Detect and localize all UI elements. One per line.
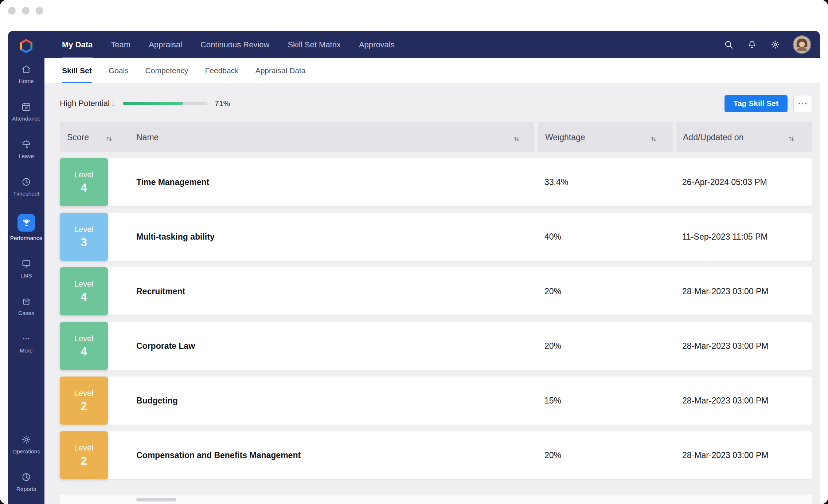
table-row[interactable]: Level 4 Time Management 33.4% 26-Apr-202…: [60, 158, 812, 206]
window-dot[interactable]: [36, 7, 43, 15]
sidebar-item-label: Leave: [19, 153, 34, 160]
skill-weightage: 20%: [538, 450, 676, 460]
sidebar-item-timesheet[interactable]: Timesheet: [8, 173, 44, 200]
tab-label: Competency: [145, 66, 188, 75]
sidebar-nav: Home Attendance Leave: [8, 61, 44, 357]
sidebar-item-home[interactable]: Home: [8, 61, 44, 87]
header-name[interactable]: Name: [125, 122, 534, 152]
sidebar-item-leave[interactable]: Leave: [8, 136, 44, 162]
table-row[interactable]: Level 4 Recruitment 20% 28-Mar-2023 03:0…: [60, 267, 812, 315]
row-card: Multi-tasking ability 40% 11-Sep-2023 11…: [108, 213, 812, 261]
row-card: Recruitment 20% 28-Mar-2023 03:00 PM: [108, 267, 812, 315]
sidebar-item-label: Cases: [18, 310, 34, 316]
skill-name: Budgeting: [108, 396, 538, 406]
tab-label: Continuous Review: [200, 40, 270, 50]
sidebar-item-label: Attendance: [12, 115, 40, 122]
tab-goals[interactable]: Goals: [109, 58, 129, 83]
skill-updated: 28-Mar-2023 03:00 PM: [676, 341, 812, 351]
search-icon[interactable]: [723, 40, 734, 50]
level-word: Level: [74, 279, 94, 289]
table-row[interactable]: Level 4 Corporate Law 20% 28-Mar-2023 03…: [60, 322, 812, 370]
header-add-updated-on[interactable]: Add/Updated on: [676, 122, 812, 152]
app-window: Home Attendance Leave: [8, 31, 820, 504]
tab-label: Feedback: [205, 66, 238, 75]
sidebar-item-label: More: [20, 347, 32, 354]
tab-label: Approvals: [359, 40, 395, 50]
sidebar-item-cases[interactable]: Cases: [8, 293, 44, 319]
home-icon: [21, 64, 32, 75]
tab-skill-set[interactable]: Skill Set: [62, 58, 92, 83]
level-word: Level: [74, 225, 94, 234]
header-label: Name: [136, 133, 159, 142]
row-card: Compensation and Benefits Management 20%…: [108, 431, 812, 479]
sidebar-item-label: Performance: [10, 235, 43, 241]
screen: Home Attendance Leave: [0, 0, 828, 504]
main-area: My Data Team Appraisal Continuous Review…: [44, 31, 820, 504]
sort-icon[interactable]: [513, 134, 520, 141]
skill-name: Compensation and Benefits Management: [108, 450, 538, 460]
tab-label: My Data: [62, 40, 93, 50]
header-score[interactable]: Score: [60, 122, 125, 152]
tab-label: Team: [111, 40, 130, 50]
skill-updated: 28-Mar-2023 03:00 PM: [676, 450, 812, 460]
sort-icon[interactable]: [788, 134, 794, 141]
sidebar-item-attendance[interactable]: Attendance: [8, 98, 44, 125]
level-number: 3: [81, 236, 87, 249]
tab-appraisal[interactable]: Appraisal: [149, 31, 182, 58]
sort-icon[interactable]: [106, 134, 112, 141]
sidebar-item-reports[interactable]: Reports: [8, 469, 44, 495]
high-potential-value: 71%: [215, 99, 230, 108]
table-row[interactable]: Level 3 Multi-tasking ability 40% 11-Sep…: [60, 213, 812, 261]
header-label: Weightage: [545, 133, 585, 142]
sidebar-item-operations[interactable]: Operations: [8, 431, 44, 458]
progress-fill: [123, 102, 183, 105]
topnav-actions: [723, 31, 820, 58]
window-dot[interactable]: [22, 7, 30, 15]
level-badge: Level 3: [60, 213, 108, 261]
content-area: High Potential : 71% Tag Skill Set ⋯ Sco…: [44, 83, 820, 504]
sort-icon[interactable]: [651, 134, 657, 141]
row-card: Time Management 33.4% 26-Apr-2024 05:03 …: [108, 158, 812, 206]
sidebar-item-lms[interactable]: LMS: [8, 255, 44, 282]
header-label: Score: [67, 133, 89, 142]
skill-updated: 28-Mar-2023 03:00 PM: [676, 287, 812, 296]
level-badge: Level 2: [60, 377, 108, 425]
header-label: Add/Updated on: [683, 133, 743, 142]
app-logo-icon[interactable]: [17, 38, 35, 55]
scrollbar-thumb[interactable]: [136, 498, 176, 501]
table-row[interactable]: Level 2 Compensation and Benefits Manage…: [60, 431, 812, 479]
tab-approvals[interactable]: Approvals: [359, 31, 395, 58]
table-body: Level 4 Time Management 33.4% 26-Apr-202…: [60, 158, 812, 479]
level-word: Level: [74, 389, 94, 398]
calendar-check-icon: [21, 101, 32, 112]
skill-updated: 11-Sep-2023 11:05 PM: [676, 232, 812, 242]
sub-navigation: Skill Set Goals Competency Feedback Appr…: [44, 58, 820, 83]
avatar[interactable]: [793, 36, 811, 53]
header-gap: [673, 122, 676, 152]
window-dot[interactable]: [8, 7, 16, 15]
header-weightage[interactable]: Weightage: [538, 122, 673, 152]
tab-continuous-review[interactable]: Continuous Review: [200, 31, 270, 58]
table-row[interactable]: Level 2 Budgeting 15% 28-Mar-2023 03:00 …: [60, 377, 812, 425]
more-options-button[interactable]: ⋯: [793, 95, 812, 112]
bell-icon[interactable]: [747, 40, 757, 50]
tag-skill-set-button[interactable]: Tag Skill Set: [724, 95, 788, 112]
sidebar-nav-bottom: Operations Reports: [8, 431, 44, 495]
window-controls: [8, 7, 43, 15]
sidebar-item-label: Home: [19, 78, 34, 84]
sidebar-item-performance[interactable]: Performance: [8, 211, 44, 244]
tab-feedback[interactable]: Feedback: [205, 58, 238, 83]
row-card: Corporate Law 20% 28-Mar-2023 03:00 PM: [108, 322, 812, 370]
tab-skill-set-matrix[interactable]: Skill Set Matrix: [288, 31, 340, 58]
skill-name: Recruitment: [108, 287, 538, 296]
tab-my-data[interactable]: My Data: [62, 31, 93, 58]
horizontal-scrollbar[interactable]: [60, 495, 812, 504]
level-badge: Level 2: [60, 431, 108, 479]
tab-team[interactable]: Team: [111, 31, 130, 58]
sidebar-item-more[interactable]: More: [8, 330, 44, 357]
gear-icon[interactable]: [770, 40, 780, 50]
skill-weightage: 15%: [538, 396, 676, 406]
row-card: Budgeting 15% 28-Mar-2023 03:00 PM: [108, 377, 812, 425]
tab-competency[interactable]: Competency: [145, 58, 188, 83]
tab-appraisal-data[interactable]: Appraisal Data: [255, 58, 306, 83]
